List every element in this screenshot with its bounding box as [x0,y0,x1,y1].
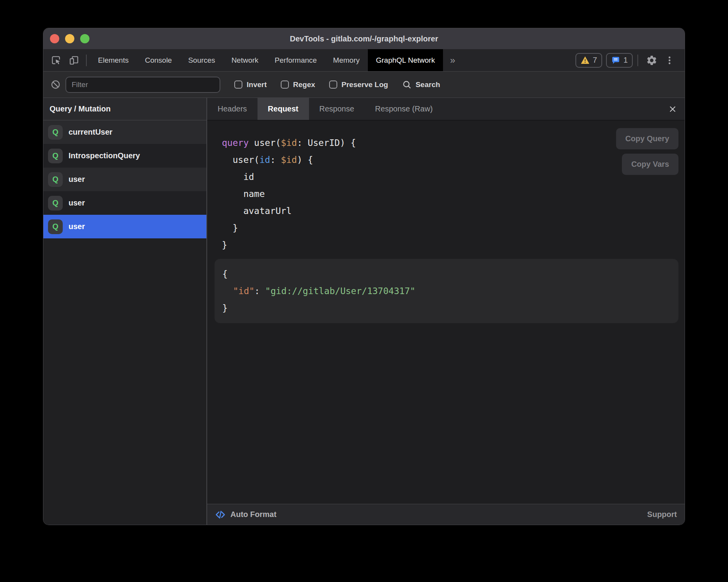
tab-elements[interactable]: Elements [90,49,137,71]
regex-label: Regex [293,80,315,89]
query-type-badge: Q [48,196,63,211]
close-icon [668,104,678,114]
vertical-dots-icon [664,55,675,65]
regex-checkbox-group[interactable]: Regex [281,80,315,89]
inspect-cursor-icon [51,55,61,65]
tab-response[interactable]: Response [309,98,365,120]
query-row-label: user [69,175,85,184]
query-row-currentUser[interactable]: Q currentUser [43,120,206,144]
filter-bar: Invert Regex Preserve Log Search [43,72,685,98]
query-list-panel: Query / Mutation Q currentUser Q Introsp… [43,98,207,525]
detail-tab-bar: Headers Request Response Response (Raw) [207,98,685,120]
query-row-label: currentUser [69,128,112,137]
gear-icon [646,55,658,66]
device-toolbar-button[interactable] [65,49,83,71]
preserve-log-label: Preserve Log [342,80,388,89]
tab-sources[interactable]: Sources [180,49,223,71]
regex-checkbox[interactable] [281,80,289,89]
devtools-tab-bar: Elements Console Sources Network Perform… [43,49,685,72]
query-row-label: user [69,199,85,207]
invert-checkbox-group[interactable]: Invert [234,80,267,89]
graphql-query-code: query user($id: UserID) { user(id: $id) … [222,134,685,253]
more-tabs-button[interactable]: » [443,49,462,71]
zoom-window-button[interactable] [80,34,89,43]
query-type-badge: Q [48,149,63,163]
window-title: DevTools - gitlab.com/-/graphql-explorer [43,28,685,49]
auto-format-label: Auto Format [230,510,276,519]
query-row-user-1[interactable]: Q user [43,168,206,191]
tab-memory[interactable]: Memory [325,49,368,71]
devtools-window: DevTools - gitlab.com/-/graphql-explorer… [43,28,685,525]
tabbar-spacer [462,49,572,71]
warning-icon [580,56,590,65]
query-row-introspectionQuery[interactable]: Q IntrospectionQuery [43,144,206,168]
query-type-badge: Q [48,172,63,187]
customize-devtools-button[interactable] [661,49,678,71]
invert-label: Invert [247,80,267,89]
tab-graphql-network[interactable]: GraphQL Network [368,49,443,71]
support-link[interactable]: Support [647,510,677,519]
title-bar: DevTools - gitlab.com/-/graphql-explorer [43,28,685,49]
detail-footer: Auto Format Support [207,504,685,525]
tab-request[interactable]: Request [258,98,309,120]
toolbar-divider [637,55,638,66]
request-content: query user($id: UserID) { user(id: $id) … [207,120,685,504]
filter-input[interactable] [65,77,220,93]
window-controls [50,28,89,49]
tab-network[interactable]: Network [223,49,267,71]
close-window-button[interactable] [50,34,59,43]
tab-console[interactable]: Console [137,49,180,71]
search-button[interactable]: Search [402,80,440,90]
query-row-user-3-selected[interactable]: Q user [43,215,206,238]
query-row-label: user [69,222,85,231]
invert-checkbox[interactable] [234,80,242,89]
preserve-log-checkbox-group[interactable]: Preserve Log [329,80,388,89]
settings-button[interactable] [643,49,661,71]
query-row-label: IntrospectionQuery [69,151,140,160]
auto-format-button[interactable]: Auto Format [215,509,276,520]
request-detail-panel: Headers Request Response Response (Raw) … [207,98,685,525]
issue-count: 1 [623,56,628,65]
query-row-user-2[interactable]: Q user [43,191,206,215]
warnings-badge[interactable]: 7 [575,53,602,68]
copy-vars-button[interactable]: Copy Vars [622,154,678,175]
search-label: Search [416,80,440,89]
copy-buttons: Copy Query Copy Vars [616,128,678,175]
warning-count: 7 [593,56,597,65]
query-variables-box: { "id": "gid://gitlab/User/13704317"} [215,259,678,323]
toolbar-divider [86,55,87,66]
copy-query-button[interactable]: Copy Query [616,128,678,149]
main-area: Query / Mutation Q currentUser Q Introsp… [43,98,685,525]
tab-performance[interactable]: Performance [266,49,325,71]
query-list-header: Query / Mutation [43,98,206,120]
block-icon [50,79,61,90]
inspect-element-button[interactable] [47,49,65,71]
issues-badge[interactable]: 1 [606,53,633,68]
query-type-badge: Q [48,125,63,140]
message-icon [611,56,620,65]
device-toolbar-icon [69,55,79,65]
tab-headers[interactable]: Headers [207,98,258,120]
clear-button[interactable] [50,79,61,90]
code-brackets-icon [215,509,226,520]
minimize-window-button[interactable] [65,34,74,43]
search-icon [402,80,412,90]
preserve-log-checkbox[interactable] [329,80,337,89]
query-type-badge: Q [48,219,63,234]
close-detail-button[interactable] [661,98,685,120]
tab-response-raw[interactable]: Response (Raw) [365,98,443,120]
